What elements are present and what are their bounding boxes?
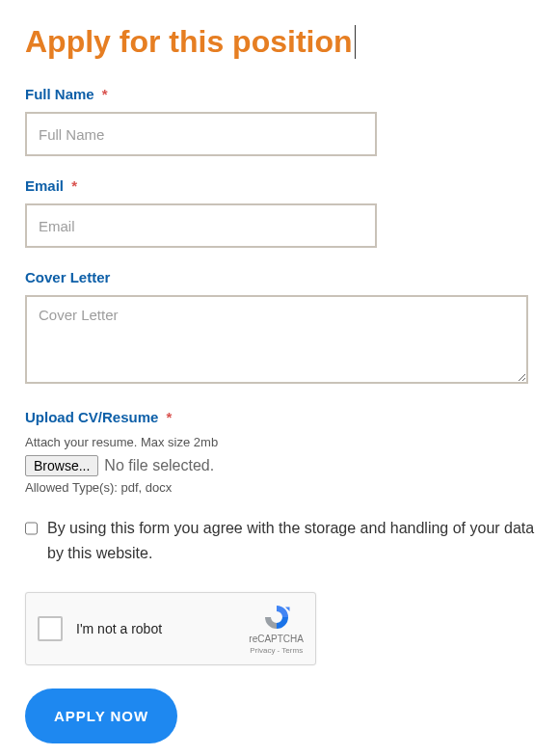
required-marker: * bbox=[167, 409, 173, 425]
email-label: Email * bbox=[25, 177, 535, 194]
recaptcha-checkbox[interactable] bbox=[38, 616, 63, 641]
file-status: No file selected. bbox=[104, 457, 214, 474]
required-marker: * bbox=[102, 86, 108, 102]
cover-letter-label: Cover Letter bbox=[25, 269, 535, 285]
full-name-input[interactable] bbox=[25, 112, 377, 156]
file-row: Browse... No file selected. bbox=[25, 455, 535, 476]
field-upload: Upload CV/Resume * Attach your resume. M… bbox=[25, 409, 535, 495]
field-full-name: Full Name * bbox=[25, 86, 535, 156]
allowed-types: Allowed Type(s): pdf, docx bbox=[25, 480, 535, 495]
recaptcha-brand: reCAPTCHA bbox=[249, 634, 304, 645]
consent-row[interactable]: By using this form you agree with the st… bbox=[25, 516, 535, 565]
label-text: Email bbox=[25, 177, 64, 194]
cover-letter-input[interactable] bbox=[25, 295, 528, 384]
recaptcha-widget[interactable]: I'm not a robot reCAPTCHA Privacy - Term… bbox=[25, 592, 316, 665]
required-marker: * bbox=[71, 177, 77, 194]
upload-label: Upload CV/Resume * bbox=[25, 409, 535, 425]
recaptcha-legal: Privacy - Terms bbox=[250, 646, 303, 656]
consent-checkbox[interactable] bbox=[25, 522, 38, 535]
consent-text: By using this form you agree with the st… bbox=[47, 516, 535, 565]
full-name-label: Full Name * bbox=[25, 86, 535, 102]
recaptcha-icon bbox=[262, 603, 291, 632]
label-text: Full Name bbox=[25, 86, 94, 102]
field-email: Email * bbox=[25, 177, 535, 248]
recaptcha-label: I'm not a robot bbox=[76, 621, 249, 636]
email-input[interactable] bbox=[25, 203, 377, 248]
submit-button[interactable]: APPLY NOW bbox=[25, 688, 177, 743]
label-text: Upload CV/Resume bbox=[25, 409, 158, 425]
field-cover-letter: Cover Letter bbox=[25, 269, 535, 388]
page-title: Apply for this position bbox=[25, 25, 356, 59]
recaptcha-branding: reCAPTCHA Privacy - Terms bbox=[249, 603, 304, 656]
browse-button[interactable]: Browse... bbox=[25, 455, 98, 476]
upload-hint: Attach your resume. Max size 2mb bbox=[25, 435, 535, 449]
